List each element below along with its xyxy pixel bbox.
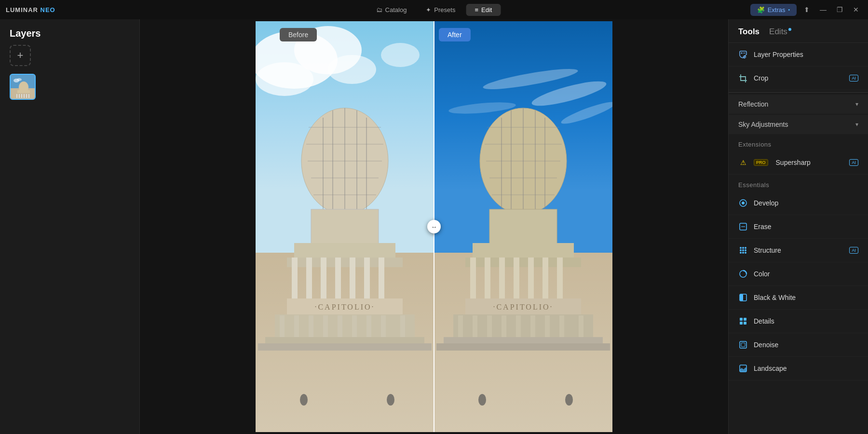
resize-icon: ↔: [431, 223, 437, 231]
color-label: Color: [754, 270, 858, 278]
erase-label: Erase: [754, 223, 858, 231]
svg-rect-52: [400, 315, 405, 337]
svg-rect-117: [740, 294, 743, 301]
before-label[interactable]: Before: [280, 28, 317, 41]
tool-denoise[interactable]: Denoise: [729, 333, 868, 357]
svg-rect-121: [744, 322, 746, 325]
svg-rect-34: [292, 258, 298, 301]
divider-handle[interactable]: ↔: [427, 220, 441, 233]
svg-rect-92: [530, 315, 535, 337]
structure-icon: [738, 245, 748, 255]
svg-rect-77: [470, 258, 476, 301]
svg-rect-79: [499, 258, 505, 301]
maximize-button[interactable]: ❐: [833, 3, 846, 16]
tab-tools[interactable]: Tools: [738, 27, 760, 37]
svg-rect-50: [366, 315, 371, 337]
tool-color[interactable]: Color: [729, 262, 868, 286]
svg-rect-80: [514, 258, 519, 301]
svg-point-98: [478, 394, 486, 406]
tool-erase[interactable]: Erase: [729, 215, 868, 239]
tool-crop[interactable]: Crop AI: [729, 67, 868, 90]
svg-rect-31: [311, 209, 379, 248]
sky-adjustments-label: Sky Adjustments: [738, 121, 788, 128]
svg-point-55: [300, 394, 308, 406]
crop-icon: [738, 73, 748, 83]
nav-catalog[interactable]: 🗂 Catalog: [367, 4, 416, 16]
svg-point-109: [740, 249, 742, 251]
svg-rect-94: [559, 315, 564, 337]
svg-rect-78: [485, 258, 490, 301]
svg-point-110: [742, 249, 744, 251]
crop-label: Crop: [754, 74, 841, 82]
svg-rect-39: [364, 258, 370, 301]
tool-layer-properties[interactable]: Layer Properties: [729, 43, 868, 67]
svg-rect-118: [740, 318, 743, 321]
layer-properties-label: Layer Properties: [754, 51, 858, 58]
denoise-label: Denoise: [754, 341, 858, 349]
svg-point-12: [17, 78, 22, 81]
svg-rect-44: [280, 315, 285, 337]
svg-rect-91: [516, 315, 521, 337]
svg-rect-87: [458, 315, 463, 337]
svg-rect-123: [741, 343, 745, 347]
extras-puzzle-icon: 🧩: [757, 6, 765, 14]
layer-thumbnail[interactable]: [10, 74, 36, 100]
minimize-button[interactable]: —: [817, 3, 829, 16]
svg-point-107: [742, 247, 744, 249]
after-image-svg: ·CAPITOLIO·: [434, 21, 612, 432]
before-image: ·CAPITOLIO·: [256, 21, 434, 432]
expandable-sky-adjustments[interactable]: Sky Adjustments ▾: [729, 115, 868, 134]
share-button[interactable]: ⬆: [800, 3, 813, 16]
close-button[interactable]: ✕: [850, 3, 862, 16]
svg-rect-46: [309, 315, 313, 337]
extras-button[interactable]: 🧩 Extras •: [750, 4, 797, 16]
tool-supersharp[interactable]: ⚠ PRO Supersharp AI: [729, 151, 868, 175]
svg-rect-53: [265, 337, 424, 344]
after-label[interactable]: After: [439, 28, 471, 41]
svg-rect-33: [287, 258, 403, 267]
svg-rect-6: [19, 94, 20, 98]
nav-presets[interactable]: ✦ Presets: [417, 4, 464, 16]
structure-label: Structure: [754, 246, 841, 254]
edit-icon: ≡: [475, 6, 478, 14]
landscape-icon: [738, 364, 748, 373]
tool-details[interactable]: Details: [729, 310, 868, 333]
plus-icon: +: [17, 49, 24, 62]
tab-edits[interactable]: Edits: [769, 27, 791, 37]
tool-landscape[interactable]: Landscape: [729, 357, 868, 380]
main-layout: Layers +: [0, 19, 868, 434]
svg-rect-49: [352, 315, 357, 337]
svg-point-108: [745, 247, 746, 249]
svg-point-17: [328, 55, 376, 84]
svg-rect-40: [379, 258, 384, 301]
catalog-icon: 🗂: [376, 6, 382, 14]
denoise-icon: [738, 340, 748, 350]
add-layer-button[interactable]: +: [10, 45, 31, 66]
supersharp-ai-badge: AI: [849, 159, 858, 166]
main-nav: 🗂 Catalog ✦ Presets ≡ Edit: [367, 4, 501, 16]
svg-rect-7: [21, 94, 22, 98]
expandable-reflection[interactable]: Reflection ▾: [729, 95, 868, 114]
svg-rect-82: [542, 258, 548, 301]
develop-label: Develop: [754, 199, 858, 207]
warning-triangle-icon: ⚠: [740, 159, 746, 166]
svg-rect-54: [258, 343, 432, 351]
erase-icon: [738, 222, 748, 231]
tool-develop[interactable]: Develop: [729, 191, 868, 215]
svg-rect-97: [436, 343, 610, 351]
canvas-area: Before After: [140, 19, 728, 434]
details-icon: [738, 316, 748, 326]
svg-rect-119: [744, 318, 746, 321]
nav-edit[interactable]: ≡ Edit: [466, 4, 501, 16]
essentials-section-title: Essentials: [729, 175, 868, 191]
svg-rect-9: [26, 94, 27, 98]
app-logo: LUMINAR NEO: [6, 6, 55, 14]
app-logo-accent: NEO: [41, 6, 55, 14]
tool-structure[interactable]: Structure AI: [729, 239, 868, 262]
tool-black-white[interactable]: Black & White: [729, 286, 868, 310]
svg-rect-35: [306, 258, 312, 301]
svg-point-106: [740, 247, 742, 249]
svg-rect-76: [465, 258, 581, 267]
tools-panel: Tools Edits Layer Properties: [728, 19, 868, 434]
titlebar-right: 🧩 Extras • ⬆ — ❐ ✕: [750, 3, 862, 16]
